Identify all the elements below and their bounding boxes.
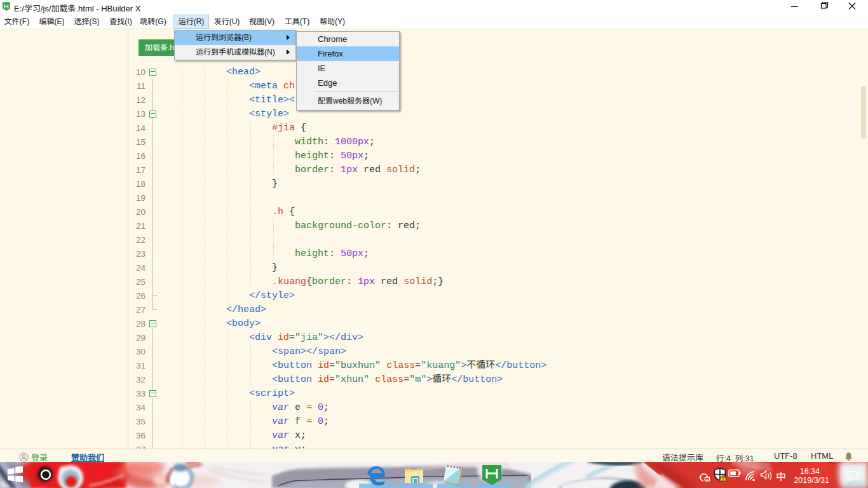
svg-text:16:34: 16:34 xyxy=(800,467,820,476)
svg-text:中: 中 xyxy=(776,468,786,484)
svg-text:2019/3/31: 2019/3/31 xyxy=(794,476,829,485)
